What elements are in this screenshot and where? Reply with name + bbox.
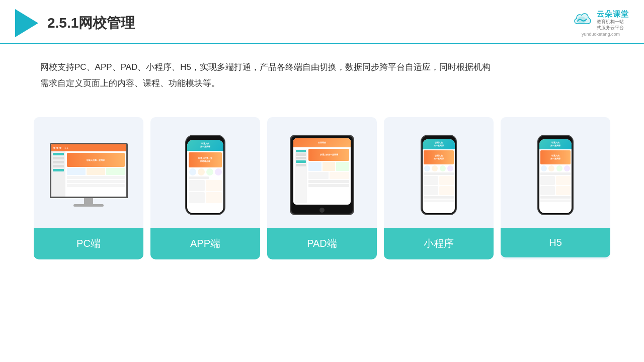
card-pc: 云朵 职通人的第一 — [34, 117, 143, 259]
card-h5-label: H5 — [501, 228, 610, 257]
miniprogram-phone-icon: 职通人的第一堂网课 职通人的第一堂网课 — [421, 135, 457, 215]
card-pc-image: 云朵 职通人的第一 — [34, 117, 143, 228]
card-app-label: APP端 — [150, 228, 260, 259]
cards-section: 云朵 职通人的第一 — [0, 102, 644, 259]
description: 网校支持PC、APP、PAD、小程序、H5，实现多端打通，产品各终端自由切换，数… — [0, 44, 644, 97]
app-phone-icon: 职通人的第一堂网课 职通人的第一堂网络精品课 — [185, 135, 225, 215]
brand-name: 云朵课堂 — [597, 10, 629, 19]
pc-monitor-icon: 云朵 职通人的第一 — [50, 143, 128, 207]
card-pad: 云朵网校 职通人的第一堂网课 — [267, 117, 377, 259]
card-pc-label: PC端 — [34, 228, 143, 259]
card-app-image: 职通人的第一堂网课 职通人的第一堂网络精品课 — [150, 117, 260, 228]
card-miniprogram-label: 小程序 — [384, 228, 494, 259]
card-h5: 职通人的第一堂网课 职通人的第一堂网课 — [501, 117, 610, 259]
brand-block: 云朵课堂 教育机构一站式服务云平台 yunduoketang.com — [573, 10, 629, 37]
card-miniprogram: 职通人的第一堂网课 职通人的第一堂网课 — [384, 117, 494, 259]
brand-url: yunduoketang.com — [582, 32, 620, 37]
pad-icon: 云朵网校 职通人的第一堂网课 — [290, 135, 354, 215]
card-miniprogram-image: 职通人的第一堂网课 职通人的第一堂网课 — [384, 117, 494, 228]
h5-phone-icon: 职通人的第一堂网课 职通人的第一堂网课 — [537, 135, 574, 215]
cloud-icon — [573, 13, 594, 27]
card-app: 职通人的第一堂网课 职通人的第一堂网络精品课 — [150, 117, 260, 259]
header: 2.5.1网校管理 云朵课堂 教育机构一站式服务云平台 yunduoketang… — [0, 0, 644, 44]
brand-text: 云朵课堂 教育机构一站式服务云平台 — [597, 10, 629, 31]
card-pad-label: PAD端 — [267, 228, 377, 259]
card-pad-image: 云朵网校 职通人的第一堂网课 — [267, 117, 377, 228]
logo-triangle-icon — [15, 9, 38, 37]
header-left: 2.5.1网校管理 — [15, 9, 135, 37]
description-text: 网校支持PC、APP、PAD、小程序、H5，实现多端打通，产品各终端自由切换，数… — [40, 59, 604, 92]
page-title: 2.5.1网校管理 — [47, 14, 135, 33]
card-h5-image: 职通人的第一堂网课 职通人的第一堂网课 — [501, 117, 610, 228]
brand-slogan: 教育机构一站式服务云平台 — [597, 19, 629, 31]
brand-logo: 云朵课堂 教育机构一站式服务云平台 — [573, 10, 629, 31]
